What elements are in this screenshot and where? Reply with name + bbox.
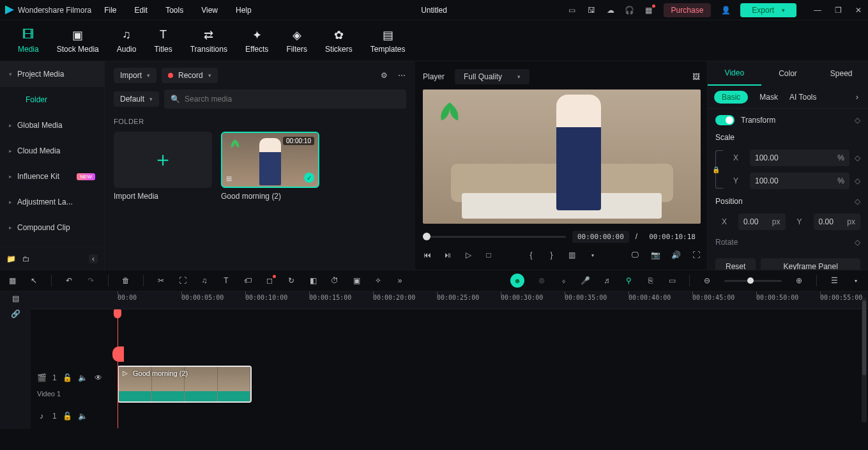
pos-x-field[interactable]: 0.00px — [738, 213, 786, 230]
device-icon[interactable]: ▭ — [568, 6, 577, 15]
mark-in-icon[interactable]: { — [527, 251, 536, 260]
fullscreen-icon[interactable]: ⛶ — [692, 251, 701, 260]
crop-icon[interactable]: ⛶ — [178, 276, 187, 285]
dim-icon[interactable]: ⊚ — [537, 276, 546, 285]
tab-stock-media[interactable]: ▣Stock Media — [48, 28, 108, 54]
quality-dropdown[interactable]: Full Quality▾ — [455, 69, 529, 84]
ratio-caret-icon[interactable]: ▾ — [588, 251, 597, 260]
zoom-in-icon[interactable]: ⊕ — [795, 276, 803, 285]
sidebar-adjustment-layer[interactable]: ▸Adjustment La... — [0, 189, 104, 215]
keyframe-panel-button[interactable]: Keyframe Panel — [761, 258, 860, 270]
track-view-icon[interactable]: ☰ — [830, 276, 839, 285]
display-icon[interactable]: 🖵 — [630, 251, 639, 260]
ai-icon[interactable]: ☻ — [510, 274, 524, 288]
sidebar-project-media[interactable]: ▾Project Media — [0, 61, 104, 87]
mark-out-icon[interactable]: } — [547, 251, 556, 260]
transform-toggle[interactable] — [715, 115, 735, 125]
scale-x-field[interactable]: 100.00% — [750, 150, 849, 166]
menu-edit[interactable]: Edit — [135, 6, 148, 15]
new-folder-icon[interactable]: 📁 — [6, 254, 15, 263]
zoom-slider[interactable] — [724, 280, 782, 282]
sidebar-compound-clip[interactable]: ▸Compound Clip — [0, 215, 104, 240]
playhead[interactable] — [118, 309, 118, 428]
music-icon[interactable]: ♫ — [200, 276, 209, 285]
reset-button[interactable]: Reset — [715, 258, 756, 270]
video-track-icon[interactable]: 🎬 — [37, 373, 46, 382]
subtab-ai-tools[interactable]: AI Tools — [789, 93, 816, 102]
delete-icon[interactable]: 🗑 — [121, 276, 130, 285]
mask-icon[interactable]: ◻ — [265, 276, 274, 285]
scrub-knob[interactable] — [423, 233, 430, 240]
tab-media[interactable]: 🎞Media — [9, 28, 48, 54]
audio-mix-icon[interactable]: ♬ — [602, 276, 611, 285]
mute-icon[interactable]: 🔈 — [79, 373, 88, 382]
keyframe-diamond-icon[interactable]: ◇ — [855, 153, 860, 162]
maximize-icon[interactable]: ❐ — [834, 6, 842, 15]
sidebar-folder[interactable]: Folder — [0, 87, 104, 112]
prop-tab-color[interactable]: Color — [761, 61, 815, 86]
visible-icon[interactable]: 👁 — [94, 373, 103, 382]
redo-icon[interactable]: ↷ — [86, 276, 95, 285]
audio-track-icon[interactable]: ♪ — [37, 412, 46, 421]
account-icon[interactable]: 👤 — [721, 6, 730, 15]
lock-icon[interactable]: 🔓 — [63, 373, 72, 382]
sidebar-cloud-media[interactable]: ▸Cloud Media — [0, 138, 104, 164]
sidebar-influence-kit[interactable]: ▸Influence KitNEW — [0, 164, 104, 189]
track-view-caret-icon[interactable]: ▾ — [851, 276, 860, 285]
subtab-basic[interactable]: Basic — [714, 91, 748, 104]
text-icon[interactable]: T — [222, 276, 231, 285]
keyframe-diamond-icon[interactable]: ◇ — [855, 116, 860, 125]
scale-y-field[interactable]: 100.00% — [750, 173, 849, 189]
tag-icon[interactable]: 🏷 — [243, 276, 252, 285]
close-icon[interactable]: ✕ — [854, 6, 863, 15]
speed-ramp-icon[interactable]: ↻ — [287, 276, 296, 285]
timeline-ruler[interactable]: 00:00 00:00:05:00 00:00:10:00 00:00:15:0… — [31, 291, 868, 309]
mute-icon[interactable]: 🔈 — [79, 412, 88, 421]
prop-tab-speed[interactable]: Speed — [814, 61, 868, 86]
pointer-icon[interactable]: ↖ — [29, 276, 38, 285]
tab-audio[interactable]: ♫Audio — [108, 28, 146, 54]
volume-icon[interactable]: 🔊 — [671, 251, 680, 260]
lock-icon[interactable]: 🔒 — [712, 166, 720, 173]
stop-icon[interactable]: □ — [484, 251, 493, 260]
subtab-more-icon[interactable]: › — [853, 93, 862, 102]
pos-y-field[interactable]: 0.00px — [814, 213, 861, 230]
import-dropdown[interactable]: Import▾ — [114, 68, 156, 83]
keyframe-diamond-icon[interactable]: ◇ — [855, 238, 860, 247]
speed-icon[interactable]: ⏱ — [330, 276, 339, 285]
lock-icon[interactable]: 🔓 — [63, 412, 72, 421]
import-media-tile[interactable]: ＋ Import Media — [114, 132, 212, 201]
render-icon[interactable]: ▭ — [667, 276, 676, 285]
play-icon[interactable]: ▷ — [464, 251, 473, 260]
collapse-sidebar-icon[interactable]: ‹ — [89, 254, 98, 263]
timeline-options-icon[interactable]: ▤ — [11, 294, 20, 303]
export-button[interactable]: Export▾ — [740, 3, 796, 17]
tab-templates[interactable]: ▤Templates — [362, 28, 415, 54]
timeline-scrollbar[interactable] — [862, 298, 867, 423]
sidebar-global-media[interactable]: ▸Global Media — [0, 112, 104, 138]
apps-icon[interactable]: ▦ — [644, 6, 653, 15]
minimize-icon[interactable]: — — [813, 6, 822, 15]
keyframe-icon[interactable]: ✧ — [374, 276, 383, 285]
cloud-icon[interactable]: ☁ — [606, 6, 615, 15]
menu-help[interactable]: Help — [236, 6, 252, 15]
new-bin-icon[interactable]: 🗀 — [22, 254, 31, 263]
filter-icon[interactable]: ⚙ — [379, 71, 388, 80]
timeline-link-icon[interactable]: 🔗 — [11, 309, 20, 318]
menu-view[interactable]: View — [201, 6, 218, 15]
media-clip-tile[interactable]: 00:00:10 ⊞ ✓ Good morning (2) — [221, 132, 319, 201]
camera-icon[interactable]: 📷 — [651, 251, 660, 260]
play-pause-icon[interactable]: ⏯ — [443, 251, 452, 260]
menu-file[interactable]: File — [104, 6, 116, 15]
keyframe-diamond-icon[interactable]: ◇ — [855, 176, 860, 185]
ratio-icon[interactable]: ▥ — [568, 251, 577, 260]
mic-icon[interactable]: 🎤 — [581, 276, 590, 285]
prop-tab-video[interactable]: Video — [708, 61, 761, 86]
green-screen-icon[interactable]: ▣ — [352, 276, 361, 285]
keyframe-diamond-icon[interactable]: ◇ — [855, 197, 860, 206]
purchase-button[interactable]: Purchase — [664, 3, 712, 17]
search-box[interactable]: 🔍 — [164, 89, 406, 109]
magnet-icon[interactable]: ⚲ — [624, 276, 633, 285]
tab-stickers[interactable]: ✿Stickers — [316, 28, 362, 54]
timeline-main[interactable]: 00:00 00:00:05:00 00:00:10:00 00:00:15:0… — [31, 291, 868, 429]
